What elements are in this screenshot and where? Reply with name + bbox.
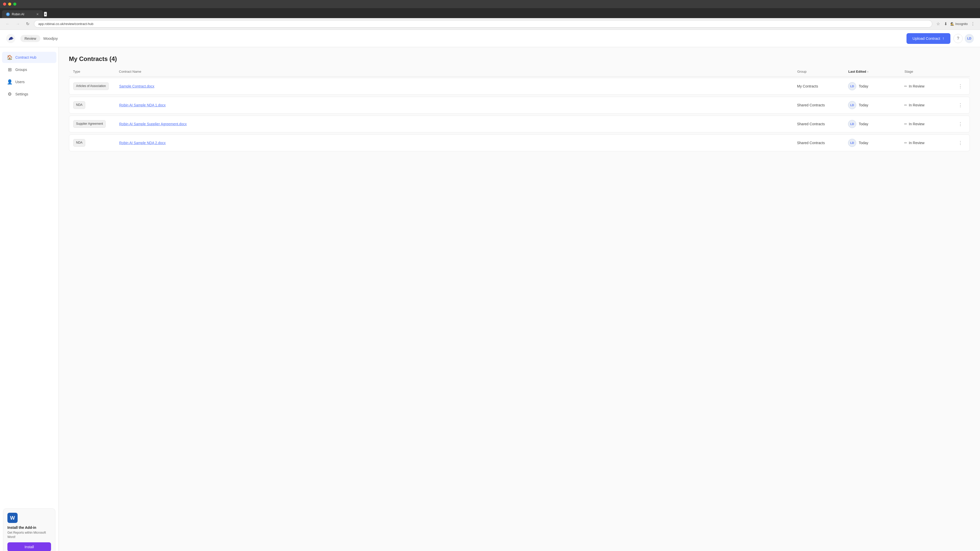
close-window-btn[interactable] <box>3 3 6 6</box>
bookmark-icon[interactable]: ☆ <box>935 21 941 27</box>
tab-favicon: R <box>6 13 10 16</box>
table-row: NDA Robin AI Sample NDA 1.docx Shared Co… <box>69 97 970 114</box>
download-icon[interactable]: ⬇ <box>943 21 948 27</box>
row-more-button[interactable]: ⋮ <box>955 83 966 90</box>
contract-name-cell: Sample Contract.docx <box>119 84 797 88</box>
date-text: Today <box>859 141 868 145</box>
stage-label: In Review <box>909 141 924 145</box>
col-header-last-edited[interactable]: Last Edited ↑ <box>848 70 904 73</box>
stage-icon: ✏ <box>904 84 907 88</box>
nav-back-button[interactable]: ← <box>4 21 11 27</box>
type-cell: Articles of Association <box>73 83 119 90</box>
contract-link[interactable]: Robin AI Sample NDA 2.docx <box>119 141 165 145</box>
page-title: My Contracts (4) <box>69 56 970 62</box>
contract-name-cell: Robin AI Sample NDA 2.docx <box>119 141 797 145</box>
user-avatar-button[interactable]: LD <box>965 34 974 43</box>
type-badge: NDA <box>73 101 85 109</box>
table-row: Articles of Association Sample Contract.… <box>69 78 970 95</box>
review-tab[interactable]: Review <box>21 35 40 42</box>
col-header-contract-name[interactable]: Contract Name <box>119 70 797 73</box>
url-text: app.robinai.co.uk/review/contract-hub <box>38 22 94 26</box>
avatar: LD <box>848 120 856 128</box>
contract-name-cell: Robin AI Sample Supplier Agreement.docx <box>119 122 797 126</box>
incognito-badge: 🕵 Incognito <box>950 22 968 26</box>
table-row: Supplier Agreement Robin AI Sample Suppl… <box>69 116 970 132</box>
contract-link[interactable]: Robin AI Sample Supplier Agreement.docx <box>119 122 187 126</box>
word-addon-card: W Install the Add-in Get Reports within … <box>3 508 56 551</box>
more-menu-icon[interactable]: ⋮ <box>970 21 976 27</box>
sidebar: 🏠 Contract Hub ⊞ Groups 👤 Users ⚙ Settin… <box>0 47 59 551</box>
row-more-button[interactable]: ⋮ <box>955 139 966 147</box>
avatar: LD <box>848 101 856 109</box>
contract-link[interactable]: Robin AI Sample NDA 1.docx <box>119 103 165 107</box>
last-edited-cell: LD Today <box>848 139 904 147</box>
stage-label: In Review <box>909 84 924 88</box>
tab-label: Robin AI <box>12 12 24 16</box>
nav-forward-button[interactable]: → <box>14 21 21 27</box>
company-name: Moodjoy <box>43 36 58 41</box>
stage-label: In Review <box>909 103 924 107</box>
groups-icon: ⊞ <box>7 67 12 72</box>
browser-tab[interactable]: R Robin AI ✕ <box>2 10 43 18</box>
contracts-table: Type Contract Name Group Last Edited ↑ S… <box>69 70 970 151</box>
tab-close-icon[interactable]: ✕ <box>36 13 39 16</box>
nav-refresh-button[interactable]: ↻ <box>24 21 31 27</box>
minimize-window-btn[interactable] <box>8 3 11 6</box>
stage-label: In Review <box>909 122 924 126</box>
sidebar-item-groups[interactable]: ⊞ Groups <box>2 64 56 75</box>
table-header: Type Contract Name Group Last Edited ↑ S… <box>69 70 970 76</box>
help-button[interactable]: ? <box>953 34 963 43</box>
last-edited-cell: LD Today <box>848 101 904 109</box>
home-icon: 🏠 <box>7 55 12 60</box>
type-badge: NDA <box>73 139 85 147</box>
type-cell: Supplier Agreement <box>73 120 119 128</box>
robin-ai-logo <box>6 34 15 43</box>
maximize-window-btn[interactable] <box>13 3 16 6</box>
sort-icon: ↑ <box>867 70 869 73</box>
main-content: My Contracts (4) Type Contract Name Grou… <box>59 47 980 551</box>
settings-icon: ⚙ <box>7 92 12 97</box>
type-badge: Supplier Agreement <box>73 120 106 128</box>
contract-link[interactable]: Sample Contract.docx <box>119 84 154 88</box>
col-header-stage[interactable]: Stage <box>904 70 956 73</box>
stage-cell: ✏ In Review <box>904 141 955 145</box>
app-header: Review Moodjoy Upload Contract ↑ ? LD <box>0 30 980 47</box>
users-icon: 👤 <box>7 79 12 84</box>
contract-name-cell: Robin AI Sample NDA 1.docx <box>119 103 797 107</box>
sidebar-label-contract-hub: Contract Hub <box>15 56 36 59</box>
upload-contract-button[interactable]: Upload Contract ↑ <box>907 33 950 44</box>
table-row: NDA Robin AI Sample NDA 2.docx Shared Co… <box>69 135 970 151</box>
avatar: LD <box>848 139 856 147</box>
stage-cell: ✏ In Review <box>904 84 955 88</box>
last-edited-cell: LD Today <box>848 82 904 90</box>
word-icon: W <box>7 513 18 523</box>
incognito-icon: 🕵 <box>950 22 954 26</box>
new-tab-button[interactable]: + <box>44 12 47 17</box>
stage-cell: ✏ In Review <box>904 122 955 126</box>
avatar: LD <box>848 82 856 90</box>
sidebar-item-users[interactable]: 👤 Users <box>2 76 56 87</box>
table-divider <box>69 76 970 77</box>
sidebar-label-settings: Settings <box>15 92 28 96</box>
sidebar-item-settings[interactable]: ⚙ Settings <box>2 89 56 100</box>
last-edited-cell: LD Today <box>848 120 904 128</box>
addon-description: Get Reports within Microsoft Word! <box>7 530 51 539</box>
col-header-type[interactable]: Type <box>73 70 119 73</box>
date-text: Today <box>859 103 868 107</box>
app-logo <box>6 34 15 43</box>
col-header-group[interactable]: Group <box>797 70 848 73</box>
group-cell: Shared Contracts <box>797 103 848 107</box>
type-cell: NDA <box>73 139 119 147</box>
stage-icon: ✏ <box>904 141 907 145</box>
date-text: Today <box>859 84 868 88</box>
addon-title: Install the Add-in <box>7 526 51 530</box>
type-cell: NDA <box>73 101 119 109</box>
stage-icon: ✏ <box>904 122 907 126</box>
row-more-button[interactable]: ⋮ <box>955 101 966 109</box>
url-bar[interactable]: app.robinai.co.uk/review/contract-hub <box>34 20 932 27</box>
sidebar-item-contract-hub[interactable]: 🏠 Contract Hub <box>2 52 56 63</box>
svg-point-1 <box>11 37 12 38</box>
row-more-button[interactable]: ⋮ <box>955 120 966 128</box>
addon-install-button[interactable]: Install <box>7 542 51 551</box>
group-cell: Shared Contracts <box>797 122 848 126</box>
